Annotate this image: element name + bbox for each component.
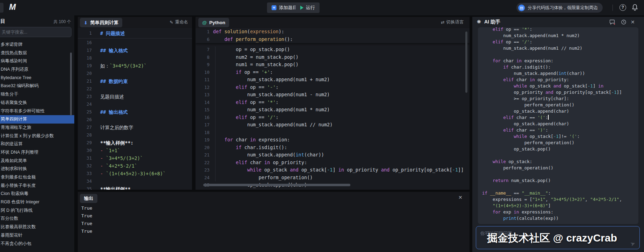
md-line[interactable]: 35**输出样例** [78,185,192,190]
problem-title-tab[interactable]: ⬇ 简单四则计算 [80,18,122,27]
sidebar-item[interactable]: Bytedance Tree [0,74,74,82]
md-line[interactable]: 17## 输入格式 [78,47,192,54]
sidebar-item[interactable]: 查找热点数据 [0,49,74,57]
notification-bell-icon[interactable] [632,4,638,11]
sidebar-item[interactable]: 进制求和转换 [0,165,74,173]
sidebar-item[interactable]: 及格如此简单 [0,157,74,165]
code-line[interactable]: 8 num2 = num_stack.pop() [196,54,470,61]
code-line[interactable]: 6 def perform_operation(): [196,36,470,43]
sidebar-item[interactable]: RGB 色值转 Integer [0,198,74,206]
help-icon[interactable]: ? [619,4,626,11]
promo-banner[interactable]: ▤ 分享代码练习体验，领限量定制周边 [516,3,603,13]
sidebar-item[interactable]: 百分位数 [0,215,74,223]
md-line[interactable]: 29**输入样例**: [78,139,192,147]
code-line[interactable]: 16 elif op == '/': [196,114,470,121]
sidebar-item[interactable]: 青海湖租车之旅 [0,124,74,132]
ai-code-block[interactable]: elif op == '*': num_stack.append(num1 * … [478,27,638,224]
code-line[interactable]: 23 while op_stack and op_stack[-1] in op… [196,166,470,174]
line-number: 27 [78,124,92,131]
code-line[interactable]: 10 if op == '+': [196,69,470,76]
code-line[interactable]: 24 perform_operation() [196,174,470,182]
code-line[interactable]: 17 num_stack.append(num1 // num2) [196,121,470,129]
line-number: 14 [196,99,210,106]
code-sticky-lines[interactable]: 1def solution(expression):6 def perform_… [196,28,470,43]
ai-close-icon[interactable]: ✕ [631,19,635,25]
ai-code-line: perform_operation() [482,140,634,146]
md-line[interactable]: 24 [78,100,192,108]
code-line[interactable]: 15 num_stack.append(num1 * num2) [196,106,470,114]
sidebar-item[interactable]: 最小替换子串长度 [0,182,74,190]
code-line[interactable]: 14 elif op == '*': [196,99,470,106]
output-panel: 输出 ✕ TrueTrueTrueTrue [78,192,470,252]
top-bar: M + 添加题目 运行 ▤ 分享代码练习体验，领限量定制周边 ? [0,0,644,15]
sidebar-item[interactable]: Cion 勒索病毒 [0,190,74,198]
sidebar-item[interactable]: 暴雨梨花针 [0,231,74,240]
code-line[interactable]: 13 num_stack.append(num1 - num2) [196,91,470,99]
md-line[interactable]: 31- `3+4*5/(3+2)` [78,154,192,162]
md-line[interactable]: 25## 输出格式 [78,108,192,116]
sidebar-item[interactable]: 多米诺骨牌 [0,41,74,49]
md-sticky-line[interactable]: 1# 问题描述 [78,28,192,38]
md-line[interactable]: 16 [78,39,192,47]
code-line[interactable]: 12 elif op == '-': [196,84,470,91]
sidebar-item[interactable]: 简单四则计算 [0,115,74,124]
code-line[interactable]: 22 elif char in op_priority: [196,159,470,167]
search-input[interactable] [0,27,71,37]
language-tab[interactable]: @ Python [198,18,229,27]
md-line[interactable]: 21## 数据约束 [78,77,192,85]
code-line[interactable]: 11 num_stack.append(num1 + num2) [196,76,470,84]
sidebar-item[interactable]: 环状 DNA 序列整理 [0,148,74,157]
sidebar-item[interactable]: 和的逆运算 [0,140,74,148]
code-horizontal-scrollbar[interactable] [203,184,350,186]
sidebar-item[interactable]: Base32 编码和解码 [0,82,74,90]
sidebar-item[interactable]: DNA 序列还原 [0,65,74,74]
code-line[interactable]: 7 op = op_stack.pop() [196,46,470,54]
md-line[interactable]: 27计算之后的数字 [78,124,192,131]
code-line[interactable]: 18 [196,129,470,136]
md-line[interactable]: 1# 问题描述 [78,28,192,38]
code-vertical-scrollbar[interactable] [465,31,467,93]
code-line[interactable]: 1def solution(expression): [196,28,470,36]
promo-text: 分享代码练习体验，领限量定制周边 [528,5,598,11]
history-icon[interactable] [621,19,626,25]
sidebar-item[interactable]: 字符串有多少种可能性 [0,107,74,115]
sidebar-item[interactable]: 拿到最多红包金额 [0,173,74,182]
rename-button[interactable]: ✎ 重命名 [170,19,188,25]
md-line[interactable]: 26 [78,116,192,124]
code-line[interactable]: 19 for char in expression: [196,136,470,144]
md-line[interactable]: 33- `(1+(4+5+2)-3)+(6+8)` [78,170,192,177]
line-number: 8 [196,54,210,61]
sidebar-item[interactable]: 猫鱼分干 [0,90,74,99]
md-line[interactable]: 32- `4+2*5-2/1` [78,162,192,170]
sidebar-item[interactable]: 不再贪心的小包 [0,240,74,248]
output-tab[interactable]: 输出 [80,194,97,203]
code-line[interactable]: 20 if char.isdigit(): [196,144,470,152]
line-number: 20 [78,70,92,77]
md-line[interactable]: 20 [78,70,192,77]
ai-question-input[interactable] [476,226,639,249]
md-line[interactable]: 28 [78,131,192,139]
ai-code-line: perform_operation() [482,165,634,171]
md-line[interactable]: 19如：`3+4*5/(3+2)` [78,62,192,70]
sidebar-item[interactable]: 比赛最高获胜次数 [0,223,74,231]
app-logo[interactable]: M [9,2,15,12]
sidebar-scrollbar[interactable] [70,52,72,115]
sidebar-item[interactable]: 病毒感染时间 [0,57,74,65]
sidebar-item[interactable]: 计算位置 x 到 y 的最少步数 [0,132,74,140]
sidebar-item[interactable]: 链表聚集交换 [0,99,74,107]
md-line[interactable]: 18 [78,54,192,62]
code-line[interactable]: 21 num_stack.append(int(char)) [196,151,470,159]
sidebar-item[interactable]: 阿 D 的飞行路线 [0,206,74,215]
md-line[interactable]: 22 [78,85,192,93]
code-line[interactable]: 9 num1 = num_stack.pop() [196,61,470,69]
md-line[interactable]: 34 [78,177,192,185]
code-editor[interactable]: 7 op = op_stack.pop()8 num2 = num_stack.… [196,46,470,189]
run-button[interactable]: 运行 [296,2,320,13]
output-close-icon[interactable]: ✕ [458,195,463,200]
new-chat-icon[interactable] [610,19,616,25]
md-editor[interactable]: 16 17## 输入格式18 19如：`3+4*5/(3+2)`20 21## … [78,39,192,190]
line-number: 18 [78,54,92,62]
md-line[interactable]: 23见题目描述 [78,93,192,100]
md-line[interactable]: 30- `1+1` [78,147,192,154]
switch-language-button[interactable]: ⇄ 切换语言 [441,19,464,25]
